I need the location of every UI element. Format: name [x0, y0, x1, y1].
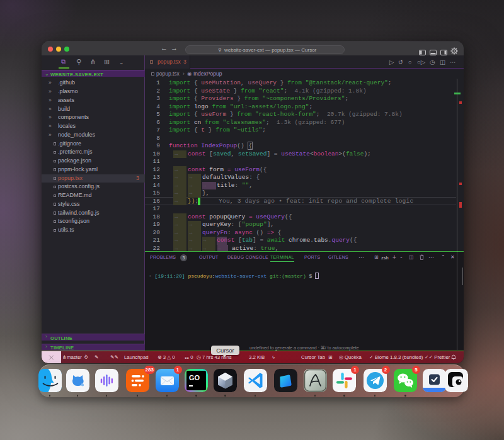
svg-text:GO: GO	[189, 374, 200, 381]
